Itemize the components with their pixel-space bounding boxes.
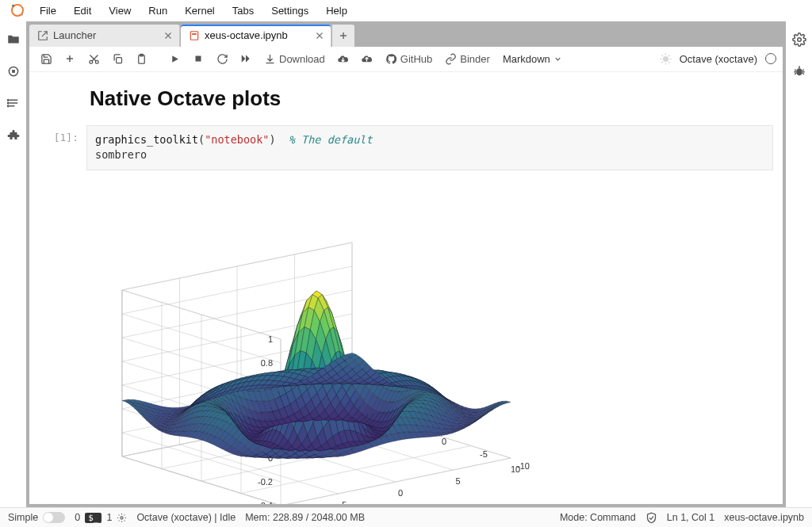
- menu-file[interactable]: File: [32, 2, 64, 20]
- svg-rect-14: [190, 32, 197, 40]
- celltype-label: Markdown: [503, 53, 550, 65]
- chevron-down-icon: [553, 55, 562, 63]
- download-label: Download: [279, 53, 325, 65]
- add-cell-button[interactable]: [59, 48, 80, 69]
- running-icon[interactable]: [6, 64, 21, 78]
- surface-plot: -0.4-0.200.20.40.60.81 -10-50510 -10-505…: [86, 178, 530, 504]
- close-icon[interactable]: [163, 31, 173, 40]
- notebook-toolbar: Download GitHub Binder Markdown Octave (…: [29, 47, 783, 72]
- svg-point-1701: [797, 38, 801, 42]
- svg-text:5: 5: [455, 476, 460, 486]
- copy-button[interactable]: [107, 48, 128, 69]
- tab-notebook[interactable]: xeus-octave.ipynb: [181, 25, 331, 47]
- mode-status: Mode: Command: [560, 512, 636, 523]
- new-tab-button[interactable]: [332, 25, 354, 47]
- svg-text:-0.4: -0.4: [258, 501, 273, 504]
- code-cell[interactable]: [1]: graphics_toolkit("notebook") % The …: [39, 125, 773, 170]
- svg-point-9: [7, 99, 9, 101]
- statusbar: Simple 0$_1 Octave (xoctave) | Idle Mem:…: [0, 507, 812, 527]
- cell-prompt: [1]:: [39, 125, 86, 143]
- markdown-heading[interactable]: Native Octave plots: [90, 86, 773, 111]
- menu-tabs[interactable]: Tabs: [224, 2, 262, 20]
- menubar: File Edit View Run Kernel Tabs Settings …: [0, 0, 812, 21]
- svg-line-1706: [795, 73, 796, 74]
- debugger-icon[interactable]: [792, 64, 806, 78]
- svg-line-1705: [802, 70, 803, 71]
- mem-status: Mem: 228.89 / 2048.00 MB: [245, 512, 365, 523]
- svg-point-2: [21, 14, 23, 16]
- svg-text:0.8: 0.8: [261, 358, 273, 368]
- svg-text:0: 0: [442, 437, 446, 446]
- folder-icon[interactable]: [6, 32, 21, 47]
- svg-point-3: [21, 6, 23, 7]
- simple-label: Simple: [8, 512, 38, 523]
- tabs-count[interactable]: 0$_1: [75, 512, 127, 523]
- code-token: sombrero: [95, 148, 147, 161]
- cloud-download-button[interactable]: [333, 48, 354, 69]
- cell-output: -0.4-0.200.20.40.60.81 -10-50510 -10-505…: [86, 178, 773, 504]
- svg-marker-32: [246, 55, 250, 63]
- paste-button[interactable]: [131, 48, 151, 69]
- menu-run[interactable]: Run: [140, 2, 175, 20]
- menu-help[interactable]: Help: [318, 2, 355, 20]
- menu-settings[interactable]: Settings: [263, 2, 316, 20]
- svg-marker-29: [172, 55, 178, 63]
- celltype-select[interactable]: Markdown: [498, 53, 567, 65]
- download-button[interactable]: Download: [259, 48, 330, 69]
- toggle-icon: [43, 512, 65, 523]
- tab-launcher[interactable]: Launcher: [29, 25, 180, 47]
- close-icon[interactable]: [315, 31, 324, 40]
- svg-line-41: [668, 62, 669, 63]
- binder-button[interactable]: Binder: [440, 48, 495, 69]
- cloud-upload-button[interactable]: [357, 48, 377, 69]
- cut-button[interactable]: [83, 48, 104, 69]
- svg-rect-15: [192, 33, 197, 35]
- menu-edit[interactable]: Edit: [66, 2, 99, 20]
- runall-button[interactable]: [236, 48, 256, 69]
- extensions-icon[interactable]: [6, 128, 21, 142]
- svg-line-43: [668, 55, 669, 55]
- svg-line-40: [662, 55, 663, 55]
- notebook-body[interactable]: Native Octave plots [1]: graphics_toolki…: [29, 72, 783, 504]
- workspace: Launcher xeus-octave.ipynb: [26, 21, 786, 507]
- code-token: graphics_toolkit: [95, 133, 198, 146]
- svg-text:-10: -10: [517, 461, 530, 471]
- svg-point-1710: [121, 516, 123, 518]
- right-sidebar: [786, 21, 812, 507]
- file-status[interactable]: xeus-octave.ipynb: [724, 512, 804, 523]
- svg-text:-5: -5: [480, 449, 488, 458]
- svg-text:1: 1: [268, 334, 273, 344]
- count-label: 0: [75, 512, 80, 523]
- svg-text:0: 0: [398, 488, 403, 498]
- ln-col-status[interactable]: Ln 1, Col 1: [667, 512, 714, 523]
- svg-line-42: [662, 62, 663, 63]
- kernel-indicator-icon[interactable]: [765, 53, 776, 64]
- menu-view[interactable]: View: [101, 2, 139, 20]
- toc-icon[interactable]: [6, 96, 21, 110]
- kernel-status[interactable]: Octave (xoctave) | Idle: [136, 512, 236, 523]
- code-editor[interactable]: graphics_toolkit("notebook") % The defau…: [86, 125, 773, 170]
- svg-line-1704: [795, 70, 796, 71]
- svg-rect-5: [12, 70, 15, 73]
- menu-kernel[interactable]: Kernel: [177, 2, 223, 20]
- binder-label: Binder: [460, 53, 490, 65]
- restart-button[interactable]: [212, 48, 232, 69]
- run-button[interactable]: [164, 48, 185, 69]
- inspector-icon[interactable]: [792, 32, 806, 47]
- kernel-name[interactable]: Octave (xoctave): [680, 53, 762, 65]
- stop-button[interactable]: [188, 48, 209, 69]
- debug-button[interactable]: [656, 48, 676, 69]
- svg-marker-31: [242, 55, 246, 63]
- svg-point-1: [12, 5, 14, 7]
- github-button[interactable]: GitHub: [381, 48, 437, 69]
- jupyter-logo-icon: [10, 2, 25, 18]
- svg-rect-26: [116, 57, 121, 63]
- trust-icon[interactable]: [645, 512, 657, 524]
- svg-point-1702: [796, 68, 802, 75]
- svg-text:-5: -5: [339, 500, 347, 504]
- gear-icon: [117, 513, 127, 523]
- code-token: "notebook": [205, 133, 269, 146]
- simple-toggle[interactable]: Simple: [8, 512, 65, 523]
- svg-rect-30: [196, 56, 201, 62]
- save-button[interactable]: [36, 48, 56, 69]
